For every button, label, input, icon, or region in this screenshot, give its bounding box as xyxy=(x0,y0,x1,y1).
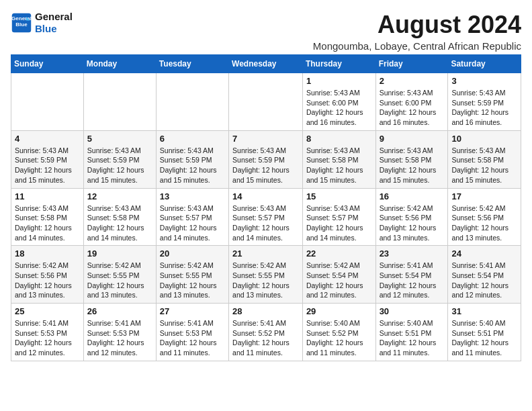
day-number: 19 xyxy=(87,248,152,259)
day-number: 10 xyxy=(451,134,517,144)
calendar-cell: 26Sunrise: 5:41 AMSunset: 5:53 PMDayligh… xyxy=(83,304,156,361)
month-title: August 2024 xyxy=(313,11,521,39)
day-info: Sunrise: 5:40 AMSunset: 5:51 PMDaylight:… xyxy=(451,318,517,358)
day-number: 14 xyxy=(232,191,299,201)
day-number: 21 xyxy=(232,248,299,259)
day-info: Sunrise: 5:43 AMSunset: 5:59 PMDaylight:… xyxy=(87,146,152,185)
header-day-wednesday: Wednesday xyxy=(229,55,303,73)
day-number: 4 xyxy=(15,134,80,144)
logo-text: General Blue xyxy=(35,11,73,35)
day-info: Sunrise: 5:42 AMSunset: 5:56 PMDaylight:… xyxy=(15,261,80,300)
day-info: Sunrise: 5:43 AMSunset: 5:58 PMDaylight:… xyxy=(87,203,152,243)
day-number: 5 xyxy=(87,134,152,144)
day-number: 15 xyxy=(306,191,372,201)
day-info: Sunrise: 5:41 AMSunset: 5:54 PMDaylight:… xyxy=(380,261,445,300)
header: General Blue General Blue August 2024 Mo… xyxy=(11,11,521,52)
day-info: Sunrise: 5:43 AMSunset: 5:58 PMDaylight:… xyxy=(380,146,445,185)
calendar-cell: 9Sunrise: 5:43 AMSunset: 5:58 PMDaylight… xyxy=(375,130,448,188)
day-number: 25 xyxy=(15,306,80,316)
day-number: 7 xyxy=(232,134,299,144)
day-info: Sunrise: 5:42 AMSunset: 5:56 PMDaylight:… xyxy=(451,203,517,243)
calendar-cell: 30Sunrise: 5:40 AMSunset: 5:51 PMDayligh… xyxy=(375,304,448,361)
day-info: Sunrise: 5:41 AMSunset: 5:52 PMDaylight:… xyxy=(232,318,299,358)
header-day-monday: Monday xyxy=(83,55,156,73)
day-info: Sunrise: 5:41 AMSunset: 5:53 PMDaylight:… xyxy=(15,318,80,358)
day-info: Sunrise: 5:43 AMSunset: 5:58 PMDaylight:… xyxy=(451,146,517,185)
calendar-cell: 28Sunrise: 5:41 AMSunset: 5:52 PMDayligh… xyxy=(229,304,303,361)
calendar-cell: 20Sunrise: 5:42 AMSunset: 5:55 PMDayligh… xyxy=(156,246,228,304)
header-day-friday: Friday xyxy=(375,55,448,73)
day-number: 28 xyxy=(232,306,299,316)
day-number: 6 xyxy=(160,134,225,144)
calendar-cell: 15Sunrise: 5:43 AMSunset: 5:57 PMDayligh… xyxy=(302,188,375,246)
svg-text:Blue: Blue xyxy=(15,21,28,28)
calendar-cell: 14Sunrise: 5:43 AMSunset: 5:57 PMDayligh… xyxy=(229,188,303,246)
week-row-5: 25Sunrise: 5:41 AMSunset: 5:53 PMDayligh… xyxy=(11,304,521,361)
calendar-cell: 12Sunrise: 5:43 AMSunset: 5:58 PMDayligh… xyxy=(83,188,156,246)
day-info: Sunrise: 5:43 AMSunset: 5:57 PMDaylight:… xyxy=(160,203,225,243)
day-info: Sunrise: 5:41 AMSunset: 5:53 PMDaylight:… xyxy=(160,318,225,358)
calendar-cell: 8Sunrise: 5:43 AMSunset: 5:58 PMDaylight… xyxy=(302,130,375,188)
calendar-cell: 19Sunrise: 5:42 AMSunset: 5:55 PMDayligh… xyxy=(83,246,156,304)
day-info: Sunrise: 5:43 AMSunset: 5:58 PMDaylight:… xyxy=(306,146,372,185)
calendar-cell: 3Sunrise: 5:43 AMSunset: 5:59 PMDaylight… xyxy=(448,73,521,131)
day-number: 22 xyxy=(306,248,372,259)
calendar-cell: 2Sunrise: 5:43 AMSunset: 6:00 PMDaylight… xyxy=(375,73,448,131)
day-info: Sunrise: 5:42 AMSunset: 5:56 PMDaylight:… xyxy=(380,203,445,243)
header-day-sunday: Sunday xyxy=(11,55,84,73)
calendar-cell: 1Sunrise: 5:43 AMSunset: 6:00 PMDaylight… xyxy=(302,73,375,131)
day-number: 20 xyxy=(160,248,225,259)
day-info: Sunrise: 5:42 AMSunset: 5:55 PMDaylight:… xyxy=(232,261,299,300)
calendar-cell: 22Sunrise: 5:42 AMSunset: 5:54 PMDayligh… xyxy=(302,246,375,304)
title-area: August 2024 Mongoumba, Lobaye, Central A… xyxy=(313,11,521,52)
day-number: 30 xyxy=(380,306,445,316)
day-number: 8 xyxy=(306,134,372,144)
day-info: Sunrise: 5:43 AMSunset: 5:57 PMDaylight:… xyxy=(232,203,299,243)
day-info: Sunrise: 5:42 AMSunset: 5:54 PMDaylight:… xyxy=(306,261,372,300)
logo-icon: General Blue xyxy=(11,12,32,34)
day-info: Sunrise: 5:41 AMSunset: 5:53 PMDaylight:… xyxy=(87,318,152,358)
calendar-cell: 24Sunrise: 5:41 AMSunset: 5:54 PMDayligh… xyxy=(448,246,521,304)
calendar-cell: 25Sunrise: 5:41 AMSunset: 5:53 PMDayligh… xyxy=(11,304,84,361)
day-number: 17 xyxy=(451,191,517,201)
day-number: 29 xyxy=(306,306,372,316)
calendar-cell: 4Sunrise: 5:43 AMSunset: 5:59 PMDaylight… xyxy=(11,130,84,188)
day-info: Sunrise: 5:42 AMSunset: 5:55 PMDaylight:… xyxy=(160,261,225,300)
calendar-cell: 10Sunrise: 5:43 AMSunset: 5:58 PMDayligh… xyxy=(448,130,521,188)
calendar-cell xyxy=(11,73,84,131)
calendar-table: SundayMondayTuesdayWednesdayThursdayFrid… xyxy=(11,54,521,361)
day-info: Sunrise: 5:43 AMSunset: 5:58 PMDaylight:… xyxy=(15,203,80,243)
calendar-cell xyxy=(229,73,303,131)
day-info: Sunrise: 5:43 AMSunset: 5:59 PMDaylight:… xyxy=(232,146,299,185)
day-info: Sunrise: 5:40 AMSunset: 5:52 PMDaylight:… xyxy=(306,318,372,358)
day-number: 18 xyxy=(15,248,80,259)
day-info: Sunrise: 5:43 AMSunset: 6:00 PMDaylight:… xyxy=(306,88,372,128)
calendar-cell xyxy=(83,73,156,131)
day-number: 1 xyxy=(306,76,372,86)
calendar-cell: 6Sunrise: 5:43 AMSunset: 5:59 PMDaylight… xyxy=(156,130,228,188)
day-number: 26 xyxy=(87,306,152,316)
calendar-cell: 31Sunrise: 5:40 AMSunset: 5:51 PMDayligh… xyxy=(448,304,521,361)
location-subtitle: Mongoumba, Lobaye, Central African Repub… xyxy=(313,40,521,52)
header-day-tuesday: Tuesday xyxy=(156,55,228,73)
day-number: 23 xyxy=(380,248,445,259)
day-info: Sunrise: 5:43 AMSunset: 5:59 PMDaylight:… xyxy=(451,88,517,128)
week-row-4: 18Sunrise: 5:42 AMSunset: 5:56 PMDayligh… xyxy=(11,246,521,304)
calendar-cell xyxy=(156,73,228,131)
logo: General Blue General Blue xyxy=(11,11,73,35)
day-info: Sunrise: 5:43 AMSunset: 6:00 PMDaylight:… xyxy=(380,88,445,128)
day-info: Sunrise: 5:43 AMSunset: 5:59 PMDaylight:… xyxy=(160,146,225,185)
calendar-cell: 16Sunrise: 5:42 AMSunset: 5:56 PMDayligh… xyxy=(375,188,448,246)
calendar-cell: 17Sunrise: 5:42 AMSunset: 5:56 PMDayligh… xyxy=(448,188,521,246)
calendar-cell: 13Sunrise: 5:43 AMSunset: 5:57 PMDayligh… xyxy=(156,188,228,246)
calendar-cell: 7Sunrise: 5:43 AMSunset: 5:59 PMDaylight… xyxy=(229,130,303,188)
day-number: 24 xyxy=(451,248,517,259)
calendar-cell: 5Sunrise: 5:43 AMSunset: 5:59 PMDaylight… xyxy=(83,130,156,188)
day-number: 11 xyxy=(15,191,80,201)
svg-text:General: General xyxy=(11,15,32,21)
week-row-1: 1Sunrise: 5:43 AMSunset: 6:00 PMDaylight… xyxy=(11,73,521,131)
day-number: 3 xyxy=(451,76,517,86)
header-day-saturday: Saturday xyxy=(448,55,521,73)
calendar-cell: 18Sunrise: 5:42 AMSunset: 5:56 PMDayligh… xyxy=(11,246,84,304)
week-row-2: 4Sunrise: 5:43 AMSunset: 5:59 PMDaylight… xyxy=(11,130,521,188)
